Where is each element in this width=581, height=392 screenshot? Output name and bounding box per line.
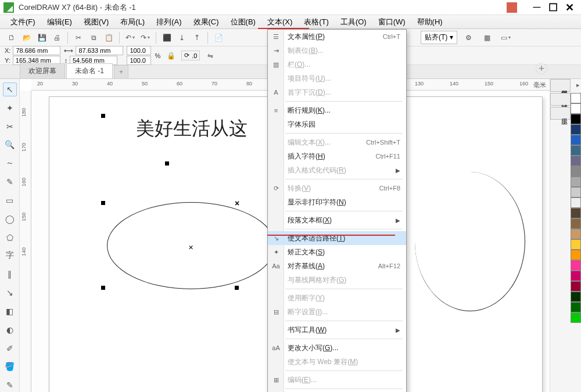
color-swatch[interactable] — [571, 208, 581, 218]
selection-handle[interactable] — [101, 114, 105, 118]
sy-input[interactable] — [127, 56, 151, 65]
outline-tool[interactable]: ✎ — [3, 378, 17, 392]
menu-item[interactable]: ↘使文本适合路径(T) — [268, 231, 406, 245]
artistic-text[interactable]: 美好生活从这 — [136, 116, 248, 142]
selection-handle[interactable] — [101, 201, 105, 205]
menu-item[interactable]: 显示非打印字符(N) — [268, 195, 406, 209]
ellipse-shape[interactable] — [107, 202, 275, 289]
color-swatch[interactable] — [571, 250, 581, 260]
sx-input[interactable] — [127, 46, 151, 55]
crop-tool[interactable]: ✂ — [3, 120, 17, 134]
selection-handle[interactable] — [235, 286, 239, 290]
tab-welcome[interactable]: 欢迎屏幕 — [20, 63, 65, 78]
lock-ratio-icon[interactable]: 🔒 — [164, 49, 178, 63]
options-button[interactable]: ⚙ — [462, 31, 476, 45]
menu-help[interactable]: 帮助(H) — [411, 15, 449, 29]
x-input[interactable] — [13, 46, 60, 55]
paste-button[interactable]: 📋 — [102, 31, 116, 45]
ellipse-shape-2[interactable] — [415, 172, 525, 311]
rotation-input[interactable]: ⟳ .0 — [181, 51, 200, 60]
menu-item[interactable]: aA更改大小写(G)... — [268, 341, 406, 355]
menu-tools[interactable]: 工具(O) — [335, 15, 372, 29]
export-button[interactable]: ⤒ — [190, 31, 204, 45]
search-button[interactable]: ⬛ — [160, 31, 174, 45]
copy-button[interactable]: ⧉ — [87, 31, 101, 45]
menu-view[interactable]: 视图(V) — [78, 15, 114, 29]
docker-object-properties[interactable]: 对象属性 — [550, 79, 571, 92]
snap-dropdown[interactable]: 贴齐(T) ▾ — [421, 31, 457, 44]
color-swatch[interactable] — [571, 260, 581, 271]
menu-item[interactable]: ☰文本属性(P)Ctrl+T — [268, 30, 406, 44]
open-button[interactable]: 📂 — [20, 31, 34, 45]
panel-arrow-icon[interactable]: ▸ — [576, 81, 580, 89]
color-swatch[interactable] — [571, 166, 581, 177]
tab-add-button[interactable]: + — [114, 65, 128, 78]
menu-edit[interactable]: 编辑(E) — [41, 15, 78, 29]
artistic-tool[interactable]: ✎ — [3, 175, 17, 189]
color-swatch[interactable] — [571, 271, 581, 281]
menu-text[interactable]: 文本(X) — [261, 15, 298, 29]
color-swatch[interactable] — [571, 135, 581, 145]
docker-hints[interactable]: 提示 — [550, 107, 571, 120]
menu-item[interactable]: 段落文本框(X)▶ — [268, 213, 406, 227]
menu-item[interactable]: ≡断行规则(K)... — [268, 103, 406, 117]
launch-button[interactable]: ▭ — [499, 31, 513, 45]
menu-effect[interactable]: 效果(C) — [188, 15, 225, 29]
ellipse-tool[interactable]: ◯ — [3, 212, 17, 226]
docker-guidelines[interactable]: 辅助线 — [550, 93, 571, 106]
close-button[interactable]: ✕ — [561, 2, 578, 13]
transparency-tool[interactable]: ◐ — [3, 323, 17, 337]
color-swatch[interactable] — [571, 114, 581, 124]
save-button[interactable]: 💾 — [35, 31, 49, 45]
menu-layout[interactable]: 布局(L) — [114, 15, 150, 29]
color-swatch[interactable] — [571, 124, 581, 135]
w-input[interactable] — [76, 46, 123, 55]
color-swatch[interactable] — [571, 197, 581, 208]
freehand-tool[interactable]: ～ — [3, 156, 17, 170]
cut-button[interactable]: ✂ — [71, 31, 85, 45]
selection-handle[interactable] — [101, 286, 105, 290]
fill-tool[interactable]: 🪣 — [3, 359, 17, 373]
minimize-button[interactable]: ─ — [529, 2, 545, 13]
shape-tool[interactable]: ✦ — [3, 101, 17, 115]
selection-handle[interactable] — [165, 161, 169, 166]
layout-button[interactable]: ▦ — [480, 31, 494, 45]
publish-button[interactable]: 📄 — [211, 31, 225, 45]
color-swatch[interactable] — [571, 103, 581, 114]
color-swatch[interactable] — [571, 239, 581, 250]
zoom-tool[interactable]: 🔍 — [3, 138, 17, 152]
color-swatch[interactable] — [571, 93, 581, 103]
color-swatch[interactable] — [571, 292, 581, 302]
selection-handle-x[interactable]: × — [235, 199, 239, 208]
add-button-icon[interactable]: + — [536, 63, 547, 74]
connector-tool[interactable]: ↘ — [3, 286, 17, 300]
pick-tool[interactable]: ↖ — [3, 82, 17, 96]
eyedropper-tool[interactable]: ✐ — [3, 341, 17, 355]
redo-button[interactable]: ↷ — [138, 31, 152, 45]
menu-item[interactable]: 插入字符(H)Ctrl+F11 — [268, 149, 406, 163]
new-button[interactable]: 🗋 — [5, 31, 19, 45]
text-tool[interactable]: 字 — [3, 249, 17, 262]
print-button[interactable]: 🖨 — [50, 31, 64, 45]
color-swatch[interactable] — [571, 177, 581, 187]
color-swatch[interactable] — [571, 187, 581, 197]
color-swatch[interactable] — [571, 302, 581, 312]
parallel-tool[interactable]: ∥ — [3, 267, 17, 281]
menu-window[interactable]: 窗口(W) — [372, 15, 411, 29]
menu-file[interactable]: 文件(F) — [5, 15, 41, 29]
menu-item[interactable]: Aa对齐基线(A)Alt+F12 — [268, 259, 406, 273]
menu-bitmap[interactable]: 位图(B) — [225, 15, 261, 29]
mirror-h-icon[interactable]: ⇋ — [203, 49, 217, 63]
menu-item[interactable]: 字体乐园 — [268, 117, 406, 131]
maximize-button[interactable]: ☐ — [545, 2, 561, 13]
import-button[interactable]: ⤓ — [175, 31, 189, 45]
menu-arrange[interactable]: 排列(A) — [150, 15, 187, 29]
color-swatch[interactable] — [571, 281, 581, 292]
color-swatch[interactable] — [571, 156, 581, 166]
tab-document[interactable]: 未命名 -1 — [66, 63, 113, 78]
menu-table[interactable]: 表格(T) — [298, 15, 335, 29]
rectangle-tool[interactable]: ▭ — [3, 193, 17, 207]
undo-button[interactable]: ↶ — [123, 31, 137, 45]
menu-item[interactable]: ✦矫正文本(S) — [268, 245, 406, 259]
color-swatch[interactable] — [571, 312, 581, 323]
